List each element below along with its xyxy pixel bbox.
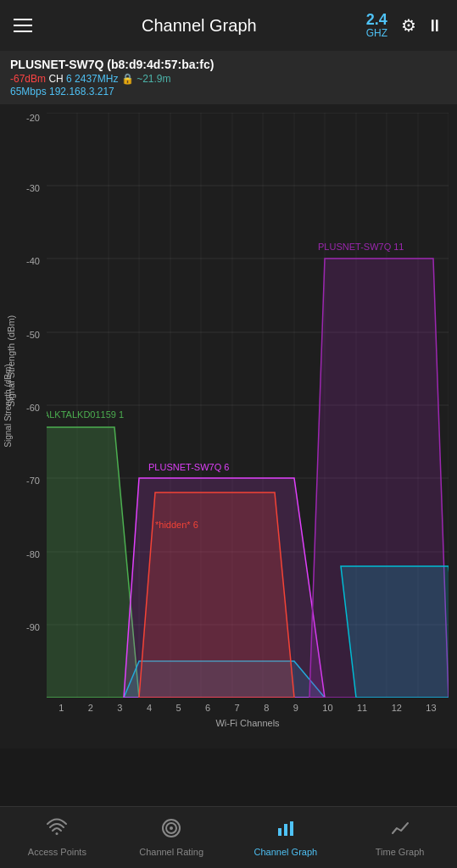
y-label-40: -40: [26, 256, 40, 266]
x-label-12: 12: [392, 703, 402, 713]
menu-button[interactable]: [14, 19, 32, 32]
y-label-50: -50: [26, 330, 40, 340]
lock-icon: 🔒: [121, 73, 134, 85]
x-label-11: 11: [357, 703, 367, 713]
header-actions: ⚙ ⏸: [401, 15, 443, 36]
x-label-7: 7: [235, 703, 240, 713]
x-label-3: 3: [117, 703, 122, 713]
pause-icon[interactable]: ⏸: [426, 16, 443, 36]
x-axis: 1 2 3 4 5 6 7 8 9 10 11 12 13 Wi-Fi Chan…: [47, 699, 449, 748]
trend-icon: [390, 818, 410, 843]
x-label-1: 1: [59, 703, 64, 713]
network-details-line2: 65Mbps 192.168.3.217: [10, 86, 447, 97]
network-label-plusnet11: PLUSNET-SW7Q 11: [318, 242, 404, 252]
svg-rect-28: [290, 821, 293, 836]
network-label-plusnet6: PLUSNET-SW7Q 6: [148, 462, 229, 472]
x-label-2: 2: [88, 703, 93, 713]
header: Channel Graph 2.4 GHZ ⚙ ⏸: [0, 0, 457, 51]
nav-item-channel-graph[interactable]: Channel Graph: [229, 807, 343, 868]
x-labels-row: 1 2 3 4 5 6 7 8 9 10 11 12 13: [47, 699, 449, 713]
nav-item-access-points[interactable]: Access Points: [0, 807, 114, 868]
network-label-talktalk: TALKTALKD01159 1: [47, 409, 124, 420]
x-label-13: 13: [426, 703, 436, 713]
nav-item-time-graph[interactable]: Time Graph: [343, 807, 457, 868]
signal-dbm: -67dBm: [10, 73, 46, 85]
svg-point-25: [170, 826, 173, 830]
y-label-60: -60: [26, 403, 40, 413]
bar-chart-icon: [276, 818, 296, 843]
chart-svg: TALKTALKD01159 1 NOVA_2080 6(4) PLUSNET-…: [47, 113, 449, 698]
y-label-30: -30: [26, 183, 40, 193]
frequency-unit: GHZ: [366, 28, 387, 39]
network-info-banner: PLUSNET-SW7Q (b8:d9:4d:57:ba:fc) -67dBm …: [0, 51, 457, 104]
x-label-10: 10: [322, 703, 332, 713]
y-label-80: -80: [26, 549, 40, 559]
x-label-8: 8: [264, 703, 269, 713]
network-bar-talktalk: [47, 427, 139, 698]
nav-item-channel-rating[interactable]: Channel Rating: [114, 807, 229, 868]
wifi-icon: [47, 818, 67, 843]
channel-graph-chart: Signal Strength (dBm) TALKTA: [0, 104, 457, 748]
frequency-badge[interactable]: 2.4 GHZ: [366, 12, 387, 40]
network-bar-boxmodel: [341, 566, 449, 698]
bottom-navigation: Access Points Channel Rating Channel Gra…: [0, 806, 457, 868]
svg-point-22: [56, 832, 59, 835]
nav-label-channel-graph: Channel Graph: [254, 847, 318, 857]
x-label-4: 4: [147, 703, 152, 713]
x-axis-title: Wi-Fi Channels: [47, 718, 449, 728]
y-axis-title: Signal Strength (dBm): [3, 364, 13, 447]
nav-label-channel-rating: Channel Rating: [139, 847, 203, 857]
y-axis-label-container: Signal Strength (dBm): [2, 113, 14, 698]
channel-label: CH: [48, 73, 66, 85]
frequency-mhz: 2437MHz: [75, 73, 121, 85]
x-label-6: 6: [205, 703, 210, 713]
nav-label-time-graph: Time Graph: [376, 847, 425, 857]
y-label-90: -90: [26, 622, 40, 632]
svg-rect-27: [284, 824, 287, 836]
nav-label-access-points: Access Points: [28, 847, 86, 857]
y-label-70: -70: [26, 476, 40, 486]
x-label-9: 9: [293, 703, 298, 713]
y-label-20: -20: [26, 113, 40, 123]
page-title: Channel Graph: [46, 16, 353, 36]
x-label-5: 5: [176, 703, 181, 713]
network-name: PLUSNET-SW7Q (b8:d9:4d:57:ba:fc): [10, 58, 447, 71]
channel-number: 6: [66, 73, 72, 85]
target-icon: [161, 818, 181, 843]
network-details-line1: -67dBm CH 6 2437MHz 🔒 ~21.9m: [10, 73, 447, 85]
distance: ~21.9m: [137, 73, 170, 85]
frequency-number: 2.4: [366, 12, 387, 29]
network-label-hidden: *hidden* 6: [155, 520, 198, 530]
svg-rect-26: [278, 828, 281, 836]
filter-icon[interactable]: ⚙: [401, 15, 416, 36]
